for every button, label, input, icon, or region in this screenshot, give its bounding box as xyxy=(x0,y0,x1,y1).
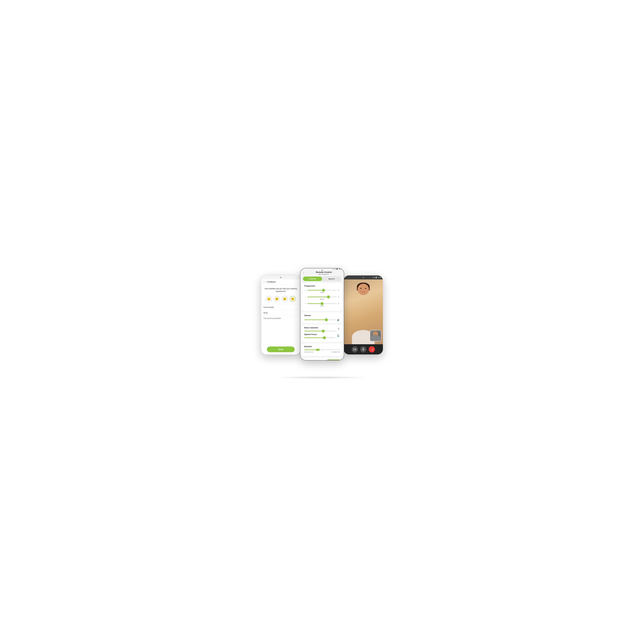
volume-card: Volume 🔊 xyxy=(302,312,342,323)
middle-track[interactable] xyxy=(307,297,337,297)
end-call-button[interactable] xyxy=(369,346,375,352)
treble-track[interactable] xyxy=(307,290,337,291)
volume-track[interactable] xyxy=(304,320,336,320)
mic-button[interactable] xyxy=(360,346,366,352)
camera-dot-right xyxy=(363,277,364,278)
treble-plus[interactable]: + xyxy=(338,289,340,292)
mini-video xyxy=(370,330,381,341)
camera-dot-left xyxy=(280,277,281,278)
send-button-wrap: Send xyxy=(261,344,300,354)
dynamic-center-line xyxy=(322,348,322,351)
emoji-row: 😞 😟 😐 🙂 xyxy=(261,294,300,303)
status-icons-center: ▼ ▲ ▌▌ 12:30 xyxy=(333,268,342,270)
main-video xyxy=(344,279,383,344)
bass-label: Bass xyxy=(304,305,340,307)
emoji-neutral[interactable]: 😐 xyxy=(282,296,288,302)
tab-comfort[interactable]: Comfort xyxy=(303,277,322,281)
bass-slider-row: − + Bass xyxy=(304,302,340,307)
emoji-unhappy[interactable]: 😟 xyxy=(274,296,280,302)
volume-thumb[interactable] xyxy=(325,318,328,321)
dynamic-label-left: Decrease loud xyxy=(304,351,313,353)
status-bar-left xyxy=(261,275,300,279)
mouth xyxy=(361,291,365,293)
phone-center: ▼ ▲ ▌▌ 12:30 ← Remote Control My Livingr… xyxy=(300,268,344,360)
speech-focus-fill xyxy=(304,337,324,338)
feedback-item-music[interactable]: Music xyxy=(261,310,300,316)
dynamic-label-right: Increase soft xyxy=(332,351,340,353)
middle-label: Middle xyxy=(304,298,340,300)
speech-focus-icon: 📡 xyxy=(337,334,340,337)
scene: ← Feedback How satisfied are you with yo… xyxy=(258,258,386,386)
bass-plus[interactable]: + xyxy=(338,302,340,305)
noise-reduction-track[interactable] xyxy=(304,331,336,331)
tab-bar: Comfort Speech xyxy=(303,276,342,281)
middle-fill xyxy=(307,297,328,297)
phones-shadow xyxy=(272,376,372,379)
noise-speech-card: Noise reduction 🎙 Speech Focus xyxy=(302,325,342,342)
treble-fill xyxy=(307,290,323,291)
feedback-topbar: ← Feedback xyxy=(261,279,300,284)
bottom-actions: Update Save as xyxy=(300,357,344,360)
treble-slider-row: − + Treble xyxy=(304,289,340,293)
treble-thumb[interactable] xyxy=(322,289,325,292)
mic-icon xyxy=(362,348,364,351)
back-arrow-left[interactable]: ← xyxy=(263,281,266,283)
treble-label: Treble xyxy=(304,292,340,293)
middle-slider-row: − + Middle xyxy=(304,296,340,300)
bass-fill xyxy=(307,303,322,304)
feedback-title: Feedback xyxy=(267,281,276,283)
noise-reduction-fill xyxy=(304,331,323,331)
feedback-question: How satisfied are you with your hearing … xyxy=(261,284,300,294)
dynamic-labels: Decrease loud Increase soft xyxy=(304,351,340,353)
bass-track[interactable] xyxy=(307,303,337,304)
back-arrow-center[interactable]: ← xyxy=(303,272,305,274)
middle-plus[interactable]: + xyxy=(338,296,340,298)
send-button[interactable]: Send xyxy=(267,347,295,352)
status-bar-right: ▼▲ ▌▌ 12:30 xyxy=(344,275,383,279)
bass-thumb[interactable] xyxy=(321,302,323,305)
emoji-happy[interactable]: 🙂 xyxy=(290,296,296,302)
video-controls xyxy=(344,344,383,354)
mini-person-body xyxy=(371,335,380,341)
end-call-icon xyxy=(370,348,373,350)
dynamic-thumb[interactable] xyxy=(316,349,320,351)
eye-left xyxy=(360,288,362,289)
speech-focus-row: Speech Focus 📡 xyxy=(304,333,340,338)
volume-label: Volume xyxy=(304,314,340,317)
volume-icon: 🔊 xyxy=(337,319,340,321)
camera-dot-center xyxy=(322,270,323,271)
status-bar-center: ▼ ▲ ▌▌ 12:30 xyxy=(300,268,344,270)
speech-focus-track[interactable] xyxy=(304,337,335,338)
dynamic-card: Dynamic Decrease loud Increase soft xyxy=(302,343,342,356)
noise-reduction-thumb[interactable] xyxy=(322,330,325,332)
camera-icon xyxy=(353,348,356,350)
speech-focus-label: Speech Focus xyxy=(304,333,335,335)
svg-rect-1 xyxy=(363,348,364,350)
tab-speech[interactable]: Speech xyxy=(322,277,341,281)
eye-right xyxy=(365,288,366,289)
phone-left: ← Feedback How satisfied are you with yo… xyxy=(261,275,301,355)
dynamic-label: Dynamic xyxy=(304,345,340,348)
treble-minus[interactable]: − xyxy=(304,289,307,292)
bass-minus[interactable]: − xyxy=(304,302,307,305)
emoji-very-unhappy[interactable]: 😞 xyxy=(266,296,272,302)
middle-thumb[interactable] xyxy=(327,295,330,298)
phone-right: ▼▲ ▌▌ 12:30 xyxy=(343,275,383,355)
camera-button[interactable] xyxy=(352,346,358,352)
middle-minus[interactable]: − xyxy=(304,296,307,298)
video-screen: ▼▲ ▌▌ 12:30 xyxy=(344,275,383,354)
remote-subtitle: My Livingroom xyxy=(306,273,342,275)
dynamic-track[interactable] xyxy=(304,350,340,350)
feedback-item-sound-quality[interactable]: Sound quality xyxy=(261,304,300,310)
status-icons-right: ▼▲ ▌▌ 12:30 xyxy=(372,277,381,278)
noise-reduction-label: Noise reduction xyxy=(304,327,336,329)
remote-title: Remote Control xyxy=(306,271,342,273)
svg-rect-0 xyxy=(353,349,355,350)
feedback-screen: ← Feedback How satisfied are you with yo… xyxy=(261,275,300,354)
person-face xyxy=(358,284,369,295)
remote-title-block: Remote Control My Livingroom xyxy=(306,271,342,275)
dynamic-fill xyxy=(304,350,318,350)
speech-focus-thumb[interactable] xyxy=(323,336,326,339)
feedback-item-comment: The sound is excellent! xyxy=(261,316,300,321)
saveas-button[interactable]: Save as xyxy=(326,359,341,360)
